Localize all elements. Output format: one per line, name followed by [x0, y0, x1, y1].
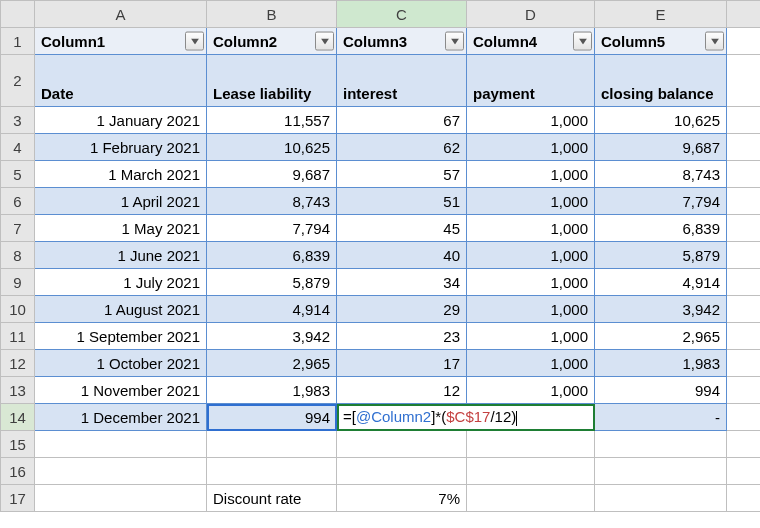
- cell-E9[interactable]: 4,914: [595, 269, 727, 296]
- cell-E10[interactable]: 3,942: [595, 296, 727, 323]
- cell-E7[interactable]: 6,839: [595, 215, 727, 242]
- cell-pad-7[interactable]: [727, 215, 761, 242]
- cell-B1[interactable]: Column2: [207, 28, 337, 55]
- cell-A10[interactable]: 1 August 2021: [35, 296, 207, 323]
- cell-C4[interactable]: 62: [337, 134, 467, 161]
- cell-E5[interactable]: 8,743: [595, 161, 727, 188]
- cell-E2[interactable]: closing balance: [595, 55, 727, 107]
- row-header-10[interactable]: 10: [1, 296, 35, 323]
- cell-pad-3[interactable]: [727, 107, 761, 134]
- cell-A5[interactable]: 1 March 2021: [35, 161, 207, 188]
- cell-A1[interactable]: Column1: [35, 28, 207, 55]
- cell-A2[interactable]: Date: [35, 55, 207, 107]
- cell-E14[interactable]: -: [595, 404, 727, 431]
- cell-C7[interactable]: 45: [337, 215, 467, 242]
- cell-pad-2[interactable]: [727, 55, 761, 107]
- cell-A15[interactable]: [35, 431, 207, 458]
- cell-E6[interactable]: 7,794: [595, 188, 727, 215]
- cell-B5[interactable]: 9,687: [207, 161, 337, 188]
- cell-C17[interactable]: 7%: [337, 485, 467, 512]
- cell-B16[interactable]: [207, 458, 337, 485]
- row-header-13[interactable]: 13: [1, 377, 35, 404]
- cell-B4[interactable]: 10,625: [207, 134, 337, 161]
- cell-pad-17[interactable]: [727, 485, 761, 512]
- cell-D6[interactable]: 1,000: [467, 188, 595, 215]
- row-header-4[interactable]: 4: [1, 134, 35, 161]
- cell-E15[interactable]: [595, 431, 727, 458]
- filter-dropdown-icon[interactable]: [445, 32, 464, 51]
- cell-A17[interactable]: [35, 485, 207, 512]
- cell-E11[interactable]: 2,965: [595, 323, 727, 350]
- cell-D1[interactable]: Column4: [467, 28, 595, 55]
- cell-pad-16[interactable]: [727, 458, 761, 485]
- cell-E17[interactable]: [595, 485, 727, 512]
- cell-D17[interactable]: [467, 485, 595, 512]
- col-header-A[interactable]: A: [35, 1, 207, 28]
- row-header-16[interactable]: 16: [1, 458, 35, 485]
- cell-C11[interactable]: 23: [337, 323, 467, 350]
- cell-pad-9[interactable]: [727, 269, 761, 296]
- cell-C10[interactable]: 29: [337, 296, 467, 323]
- cell-pad-6[interactable]: [727, 188, 761, 215]
- filter-dropdown-icon[interactable]: [185, 32, 204, 51]
- filter-dropdown-icon[interactable]: [705, 32, 724, 51]
- cell-A16[interactable]: [35, 458, 207, 485]
- cell-pad-8[interactable]: [727, 242, 761, 269]
- cell-D3[interactable]: 1,000: [467, 107, 595, 134]
- cell-D4[interactable]: 1,000: [467, 134, 595, 161]
- cell-C5[interactable]: 57: [337, 161, 467, 188]
- cell-B3[interactable]: 11,557: [207, 107, 337, 134]
- cell-D2[interactable]: payment: [467, 55, 595, 107]
- cell-D12[interactable]: 1,000: [467, 350, 595, 377]
- cell-B6[interactable]: 8,743: [207, 188, 337, 215]
- cell-pad-15[interactable]: [727, 431, 761, 458]
- col-header-D[interactable]: D: [467, 1, 595, 28]
- cell-pad-10[interactable]: [727, 296, 761, 323]
- cell-A13[interactable]: 1 November 2021: [35, 377, 207, 404]
- cell-E12[interactable]: 1,983: [595, 350, 727, 377]
- cell-A8[interactable]: 1 June 2021: [35, 242, 207, 269]
- cell-pad-13[interactable]: [727, 377, 761, 404]
- cell-E16[interactable]: [595, 458, 727, 485]
- row-header-1[interactable]: 1: [1, 28, 35, 55]
- cell-B12[interactable]: 2,965: [207, 350, 337, 377]
- cell-C3[interactable]: 67: [337, 107, 467, 134]
- cell-E13[interactable]: 994: [595, 377, 727, 404]
- cell-E4[interactable]: 9,687: [595, 134, 727, 161]
- row-header-3[interactable]: 3: [1, 107, 35, 134]
- cell-pad-1[interactable]: [727, 28, 761, 55]
- row-header-15[interactable]: 15: [1, 431, 35, 458]
- cell-A6[interactable]: 1 April 2021: [35, 188, 207, 215]
- cell-pad-5[interactable]: [727, 161, 761, 188]
- row-header-12[interactable]: 12: [1, 350, 35, 377]
- cell-C8[interactable]: 40: [337, 242, 467, 269]
- cell-D11[interactable]: 1,000: [467, 323, 595, 350]
- row-header-8[interactable]: 8: [1, 242, 35, 269]
- cell-B2[interactable]: Lease liability: [207, 55, 337, 107]
- cell-E3[interactable]: 10,625: [595, 107, 727, 134]
- cell-C15[interactable]: [337, 431, 467, 458]
- cell-C13[interactable]: 12: [337, 377, 467, 404]
- cell-A11[interactable]: 1 September 2021: [35, 323, 207, 350]
- cell-pad-12[interactable]: [727, 350, 761, 377]
- cell-pad-11[interactable]: [727, 323, 761, 350]
- cell-B8[interactable]: 6,839: [207, 242, 337, 269]
- cell-B10[interactable]: 4,914: [207, 296, 337, 323]
- cell-B14[interactable]: 994: [207, 404, 337, 431]
- cell-B13[interactable]: 1,983: [207, 377, 337, 404]
- row-header-11[interactable]: 11: [1, 323, 35, 350]
- cell-A14[interactable]: 1 December 2021: [35, 404, 207, 431]
- cell-D13[interactable]: 1,000: [467, 377, 595, 404]
- cell-D15[interactable]: [467, 431, 595, 458]
- cell-D10[interactable]: 1,000: [467, 296, 595, 323]
- cell-pad-14[interactable]: [727, 404, 761, 431]
- spreadsheet[interactable]: A B C D E 1 Column1 Column2 Column3 Colu…: [0, 0, 760, 528]
- row-header-6[interactable]: 6: [1, 188, 35, 215]
- cell-C2[interactable]: interest: [337, 55, 467, 107]
- cell-A9[interactable]: 1 July 2021: [35, 269, 207, 296]
- select-all-corner[interactable]: [1, 1, 35, 28]
- cell-A4[interactable]: 1 February 2021: [35, 134, 207, 161]
- cell-D9[interactable]: 1,000: [467, 269, 595, 296]
- cell-B7[interactable]: 7,794: [207, 215, 337, 242]
- filter-dropdown-icon[interactable]: [573, 32, 592, 51]
